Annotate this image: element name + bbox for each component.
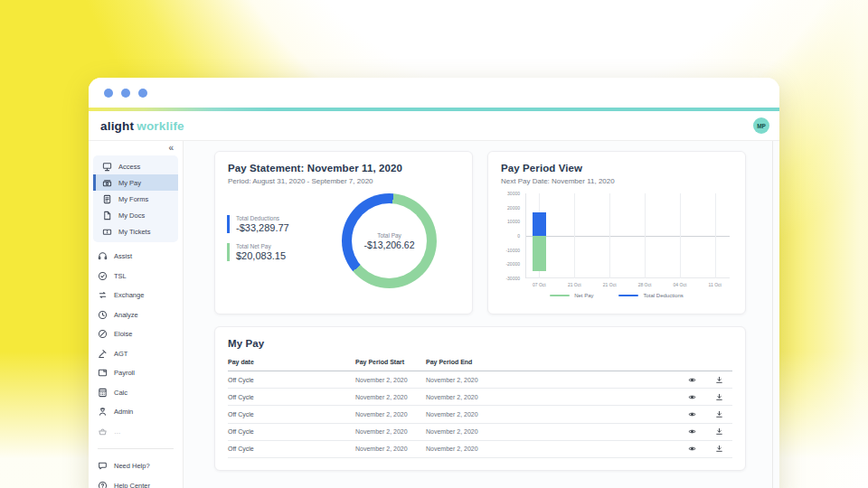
headset-icon: [98, 251, 108, 261]
legend-label: Net Pay: [574, 293, 593, 298]
sidebar-item-analyze[interactable]: Analyze: [89, 305, 183, 325]
y-tick-label: -10000: [505, 248, 520, 253]
pay-period-view-card: Pay Period View Next Pay Date: November …: [487, 151, 746, 314]
view-button[interactable]: [678, 390, 705, 404]
view-button[interactable]: [678, 442, 705, 455]
download-button[interactable]: [705, 408, 732, 421]
pay-statement-period: Period: August 31, 2020 - September 7, 2…: [228, 177, 459, 185]
base-axis-line: [526, 277, 730, 278]
download-icon: [715, 373, 723, 387]
eye-icon: [688, 442, 696, 455]
plot-area: 07 Oct21 Oct21 Oct28 Oct04 Oct11 Oct: [525, 193, 730, 278]
sidebar-secondary-group: Assist TSL Exchange Analyze Eloise: [89, 247, 183, 441]
download-button[interactable]: [705, 425, 732, 438]
sidebar-item-assist[interactable]: Assist: [89, 247, 183, 267]
download-button[interactable]: [705, 390, 732, 404]
eye-icon: [688, 390, 696, 404]
sidebar-item-payroll[interactable]: Payroll: [89, 363, 183, 383]
sidebar-item-my-pay[interactable]: My Pay: [93, 174, 178, 191]
avatar[interactable]: MP: [753, 117, 769, 134]
sidebar-item-agt[interactable]: AGT: [89, 344, 183, 364]
sidebar-primary-group: Access My Pay My Forms My Docs My Ticket…: [93, 155, 178, 242]
my-pay-card: My Pay Pay date Pay Period Start Pay Per…: [214, 326, 746, 471]
sidebar-item-my-tickets[interactable]: My Tickets: [93, 223, 178, 239]
tickets-icon: [102, 227, 112, 237]
legend-swatch: [550, 295, 570, 297]
sidebar-item-access[interactable]: Access: [93, 158, 178, 174]
chart-legend: Net PayTotal Deductions: [501, 293, 732, 298]
bar-total-deductions: [533, 212, 546, 236]
x-tick-label: 28 Oct: [638, 282, 652, 287]
sidebar-item-calc[interactable]: Calc: [89, 383, 183, 403]
window-dot-icon[interactable]: [138, 89, 147, 98]
pen-circle-icon: [98, 329, 108, 339]
legend-item: Net Pay: [550, 293, 593, 298]
scrollbar-track[interactable]: [772, 141, 773, 488]
sidebar-item-label: Admin: [114, 408, 133, 416]
basket-icon: [98, 427, 108, 436]
gridline: [574, 193, 575, 278]
sidebar-item-partial[interactable]: …: [89, 422, 183, 442]
sidebar-item-need-help[interactable]: Need Help?: [89, 456, 183, 476]
view-button[interactable]: [678, 408, 705, 421]
my-pay-title: My Pay: [228, 338, 732, 349]
table-row: Off Cycle November 2, 2020 November 2, 2…: [228, 389, 732, 406]
table-header: Pay date Pay Period Start Pay Period End: [228, 359, 732, 371]
donut-center: Total Pay -$13,206.62: [342, 193, 437, 288]
view-button[interactable]: [678, 425, 705, 438]
pay-period-subtitle: Next Pay Date: November 11, 2020: [501, 177, 732, 185]
sidebar-item-label: AGT: [114, 350, 127, 358]
table-row: Off Cycle November 2, 2020 November 2, 2…: [228, 406, 732, 423]
download-button[interactable]: [705, 442, 732, 455]
x-tick-label: 21 Oct: [603, 282, 617, 287]
logo-brand: alight: [100, 119, 134, 133]
my-pay-table: Pay date Pay Period Start Pay Period End…: [228, 359, 732, 458]
sidebar-item-eloise[interactable]: Eloise: [89, 324, 183, 344]
app-window: alightworklife MP « Access My Pay My For…: [89, 78, 779, 488]
bar-net-pay: [533, 236, 546, 271]
legend-label: Total Net Pay: [236, 243, 289, 249]
sidebar-item-my-docs[interactable]: My Docs: [93, 207, 178, 223]
cell-period-end: November 2, 2020: [426, 377, 678, 383]
sidebar-item-label: My Docs: [118, 211, 145, 220]
pay-icon: [102, 178, 112, 188]
gavel-icon: [98, 349, 108, 359]
cell-pay-date: Off Cycle: [228, 428, 355, 435]
pay-statement-title: Pay Statement: November 11, 2020: [228, 163, 459, 174]
gridline: [680, 193, 681, 278]
table-row: Off Cycle November 2, 2020 November 2, 2…: [228, 441, 732, 458]
col-view: [678, 359, 705, 365]
y-tick-label: -30000: [505, 276, 520, 281]
sidebar-item-admin[interactable]: Admin: [89, 402, 183, 422]
y-tick-label: 10000: [507, 219, 520, 224]
legend-item: Total Deductions: [618, 293, 683, 298]
sidebar-item-exchange[interactable]: Exchange: [89, 286, 183, 305]
exchange-arrows-icon: [98, 290, 108, 300]
y-tick-label: -20000: [505, 261, 520, 267]
legend-value: $20,083.15: [236, 250, 289, 261]
wallet-icon: [98, 368, 108, 378]
sidebar-item-my-forms[interactable]: My Forms: [93, 191, 178, 207]
zero-axis-line: [526, 236, 730, 237]
sidebar-item-tsl[interactable]: TSL: [89, 267, 183, 286]
sidebar-collapse-icon[interactable]: «: [168, 143, 174, 153]
download-button[interactable]: [705, 373, 732, 387]
y-tick-label: 20000: [507, 205, 520, 211]
sidebar-item-label: Exchange: [114, 291, 144, 299]
sidebar-item-label: My Pay: [118, 179, 141, 187]
window-dot-icon[interactable]: [104, 89, 113, 98]
cell-period-start: November 2, 2020: [355, 411, 426, 418]
sidebar-item-help-center[interactable]: Help Center: [89, 476, 183, 488]
sidebar-item-label: Assist: [114, 252, 132, 260]
view-button[interactable]: [678, 373, 705, 387]
x-tick-label: 21 Oct: [568, 282, 581, 287]
admin-person-icon: [98, 407, 108, 417]
legend-label: Total Deductions: [643, 293, 683, 298]
window-dot-icon[interactable]: [121, 89, 130, 98]
sidebar-item-label: Need Help?: [114, 462, 150, 470]
sidebar-item-label: TSL: [114, 272, 127, 280]
pay-statement-card: Pay Statement: November 11, 2020 Period:…: [214, 151, 473, 314]
cell-period-end: November 2, 2020: [426, 428, 678, 435]
sidebar-divider: [98, 448, 174, 449]
sidebar: « Access My Pay My Forms My Docs: [89, 141, 184, 488]
